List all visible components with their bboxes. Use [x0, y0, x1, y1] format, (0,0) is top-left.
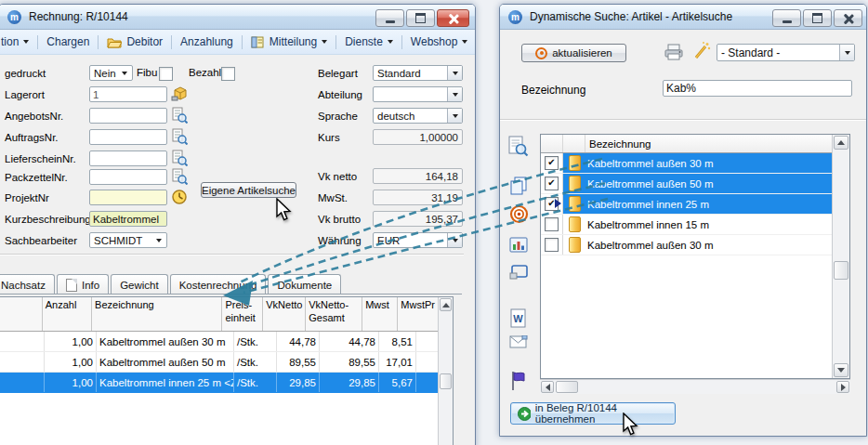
- projektnr-input[interactable]: [89, 190, 167, 205]
- kurzbeschreibung-input[interactable]: [89, 211, 167, 227]
- table-row[interactable]: 1,00 Kabeltrommel außen 50 m /Stk. 89,55…: [0, 352, 438, 373]
- result-row-current[interactable]: ✔ Kabeltrommel innen 25 m: [541, 194, 832, 215]
- result-row[interactable]: Kabeltrommel innen 15 m: [541, 215, 832, 235]
- maximize-button[interactable]: [803, 9, 832, 27]
- toolbar-item-debitor[interactable]: Debitor: [99, 33, 170, 51]
- scroll-up-button[interactable]: [834, 136, 848, 150]
- chart-icon[interactable]: [507, 234, 530, 256]
- lieferscheinnr-input[interactable]: [89, 151, 167, 166]
- search-titlebar[interactable]: m Dynamische Suche: Artikel - Artikelsuc…: [500, 5, 866, 30]
- minimize-button[interactable]: [772, 9, 801, 27]
- maximize-button[interactable]: [406, 9, 435, 27]
- scroll-up-button[interactable]: [440, 298, 452, 311]
- result-name: Kabeltrommel außen 50 m: [585, 174, 832, 193]
- invoice-titlebar[interactable]: m Rechnung: R/10144: [0, 5, 475, 30]
- toolbar-separator: [242, 35, 243, 49]
- chevron-down-icon: [845, 51, 850, 55]
- column-header-vknetto[interactable]: VkNetto: [263, 297, 306, 331]
- word-document-icon[interactable]: W: [507, 307, 530, 329]
- list-search-icon[interactable]: [171, 150, 188, 166]
- column-header-anzahl[interactable]: Anzahl: [43, 297, 92, 331]
- lagerort-input[interactable]: [89, 86, 167, 102]
- flag-icon[interactable]: [507, 370, 530, 392]
- toolbar-item-chargen[interactable]: Chargen: [39, 33, 97, 51]
- minimize-icon: [783, 20, 792, 23]
- print-icon[interactable]: [664, 43, 685, 61]
- scrollbar-thumb[interactable]: [556, 381, 578, 393]
- packzettelnr-input[interactable]: [89, 169, 167, 185]
- tab-gewicht[interactable]: Gewicht: [111, 274, 168, 294]
- target-icon[interactable]: [507, 203, 530, 225]
- column-header-bezeichnung[interactable]: Bezeichnung: [92, 297, 222, 331]
- list-search-icon[interactable]: [171, 107, 188, 124]
- email-icon[interactable]: [507, 331, 530, 353]
- layout-preset-dropdown[interactable]: - Standard -: [717, 44, 855, 61]
- tab-kostenrechnung[interactable]: Kostenrechnung: [170, 274, 267, 294]
- cell-bezeichnung: Kabeltrommel innen 25 m <Zu: [97, 373, 234, 392]
- table-scrollbar[interactable]: [438, 297, 453, 445]
- results-vscrollbar[interactable]: [832, 135, 849, 378]
- zoom-document-icon[interactable]: [507, 135, 530, 157]
- column-header-mwstpr[interactable]: MwstPr: [398, 297, 438, 331]
- belegart-dropdown[interactable]: Standard: [373, 65, 463, 81]
- list-search-icon[interactable]: [171, 128, 188, 145]
- minimize-button[interactable]: [375, 9, 404, 27]
- cell-einheit: /Stk.: [234, 332, 277, 351]
- toolbar-item-mitteilung[interactable]: Mitteilung: [243, 33, 335, 51]
- check-column-header[interactable]: [541, 135, 563, 152]
- check-cell: [541, 235, 563, 255]
- result-row[interactable]: ✔ Kabeltrommel außen 30 m: [541, 153, 832, 174]
- column-header-preiseinheit[interactable]: Preis-einheit: [222, 297, 263, 331]
- row-checkbox[interactable]: [545, 238, 559, 252]
- results-hscrollbar[interactable]: [540, 379, 850, 394]
- result-row[interactable]: Kabeltrommel außen 30 m: [541, 235, 832, 255]
- fibu-checkbox[interactable]: [159, 67, 173, 81]
- tab-dokumente[interactable]: Dokumente: [268, 274, 341, 294]
- abteilung-dropdown[interactable]: [373, 86, 463, 102]
- row-checkbox[interactable]: ✔: [545, 156, 559, 170]
- row-checkbox[interactable]: [545, 217, 559, 231]
- toolbar-item-anzahlung[interactable]: Anzahlung: [173, 33, 241, 51]
- bezahlt-checkbox[interactable]: [221, 67, 235, 81]
- clock-icon[interactable]: [171, 189, 188, 205]
- magic-wand-icon[interactable]: [692, 41, 711, 61]
- gedruckt-dropdown[interactable]: Nein: [89, 65, 133, 81]
- toolbar-item-label: Dienste: [345, 35, 383, 48]
- sachbearbeiter-dropdown[interactable]: SCHMIDT: [89, 232, 167, 248]
- toolbar-item-webshop[interactable]: Webshop: [403, 33, 475, 51]
- eigene-artikelsuche-button[interactable]: Eigene Artikelsuche: [201, 182, 296, 198]
- scrollbar-thumb[interactable]: [834, 261, 848, 280]
- result-row[interactable]: ✔ Kabeltrommel außen 50 m: [541, 174, 832, 194]
- list-search-icon[interactable]: [171, 168, 188, 185]
- warehouse-icon[interactable]: [171, 85, 188, 102]
- row-checkbox[interactable]: ✔: [545, 177, 559, 190]
- table-row-selected[interactable]: 1,00 Kabeltrommel innen 25 m <Zu /Stk. 2…: [0, 373, 438, 393]
- table-row[interactable]: 1,00 Kabeltrommel außen 30 m /Stk. 44,78…: [0, 332, 438, 352]
- scrollbar-thumb[interactable]: [440, 373, 452, 389]
- sprache-dropdown[interactable]: deutsch: [373, 108, 463, 124]
- icon-column-header[interactable]: [563, 135, 585, 152]
- arrow-right-icon: [841, 384, 846, 391]
- scroll-left-button[interactable]: [541, 381, 554, 393]
- tab-nachsatz[interactable]: Nachsatz: [0, 274, 55, 294]
- auftragsnr-input[interactable]: [89, 129, 167, 145]
- bezeichnung-search-input[interactable]: [663, 80, 852, 97]
- angebotsnr-input[interactable]: [89, 108, 167, 124]
- copy-pages-icon[interactable]: [507, 175, 530, 197]
- window-frame-icon[interactable]: [507, 261, 530, 283]
- close-button[interactable]: [437, 9, 469, 27]
- tab-info[interactable]: Info: [57, 274, 109, 294]
- toolbar-item-dienste[interactable]: Dienste: [337, 33, 401, 51]
- aktualisieren-button[interactable]: aktualisieren: [521, 44, 626, 62]
- scroll-down-button[interactable]: [834, 363, 848, 377]
- close-button[interactable]: [834, 9, 862, 27]
- uebernehmen-button[interactable]: in Beleg R/10144 übernehmen: [510, 402, 676, 425]
- cell-anzahl: 1,00: [45, 352, 97, 372]
- waehrung-dropdown[interactable]: EUR: [373, 232, 463, 248]
- scroll-right-button[interactable]: [836, 381, 849, 393]
- toolbar-item-truncated[interactable]: tion: [0, 33, 36, 51]
- bezeichnung-column-header[interactable]: Bezeichnung: [585, 135, 832, 152]
- column-header-vknetto-gesamt[interactable]: VkNetto-Gesamt: [306, 297, 362, 331]
- column-header-mwst[interactable]: Mwst: [362, 297, 398, 331]
- column-header[interactable]: [0, 297, 43, 331]
